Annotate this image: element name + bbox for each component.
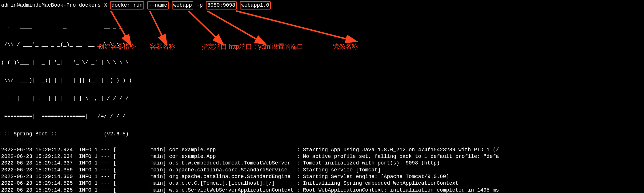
log-line: 2022-06-23 15:29:14.360 INFO 1 --- [ mai… bbox=[1, 173, 643, 180]
cmd-image: webapp1.0 bbox=[240, 1, 271, 10]
log-line: 2022-06-23 15:29:14.525 INFO 1 --- [ mai… bbox=[1, 187, 643, 193]
cmd-name-value: webapp bbox=[172, 1, 194, 10]
log-line: 2022-06-23 15:29:14.359 INFO 1 --- [ mai… bbox=[1, 167, 643, 173]
log-line: 2022-06-23 15:29:14.337 INFO 1 --- [ mai… bbox=[1, 160, 643, 166]
cmd-name-flag: --name bbox=[147, 1, 169, 10]
log-line: 2022-06-23 15:29:12.934 INFO 1 --- [ mai… bbox=[1, 153, 643, 160]
log-line: 2022-06-23 15:29:14.525 INFO 1 --- [ mai… bbox=[1, 180, 643, 187]
spring-boot-logo: . ____ _ __ _ _ /\\ / ___'_ __ _ _(_)_ _… bbox=[1, 12, 643, 143]
prompt-cwd: dockers bbox=[79, 2, 101, 8]
cmd-ports: 8080:9098 bbox=[206, 1, 237, 10]
prompt-symbol: % bbox=[104, 2, 107, 8]
prompt-user-host: admin@admindeMacBook-Pro bbox=[1, 2, 76, 8]
cmd-p-flag: -p bbox=[196, 2, 203, 8]
cmd-docker-run: docker run bbox=[110, 1, 144, 10]
log-output: 2022-06-23 15:29:12.924 INFO 1 --- [ mai… bbox=[1, 147, 643, 193]
log-line: 2022-06-23 15:29:12.924 INFO 1 --- [ mai… bbox=[1, 147, 643, 153]
terminal-prompt-line: admin@admindeMacBook-Pro dockers % docke… bbox=[1, 1, 643, 10]
